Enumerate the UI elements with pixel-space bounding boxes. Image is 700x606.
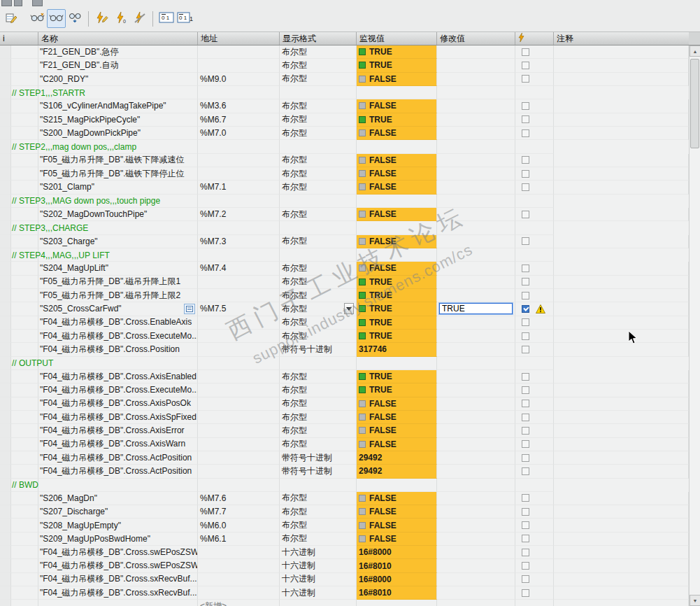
variable-name-cell[interactable]: "S208_MagUpEmpty" bbox=[38, 519, 198, 532]
display-format-cell[interactable]: 布尔型 bbox=[280, 127, 357, 140]
variable-name-cell[interactable]: "F04_磁力吊横移_DB".Cross.ExecuteMo... bbox=[38, 330, 198, 343]
table-row[interactable]: "F21_GEN_DB".自动布尔型TRUE bbox=[0, 59, 689, 72]
table-row[interactable]: "F04_磁力吊横移_DB".Cross.ExecuteMo...布尔型TRUE bbox=[0, 383, 689, 397]
column-header-format[interactable]: 显示格式 bbox=[280, 32, 357, 45]
variable-address-cell[interactable] bbox=[198, 167, 280, 181]
column-header-comment[interactable]: 注释 bbox=[554, 32, 689, 45]
table-row[interactable]: "F04_磁力吊横移_DB".Cross.ExecuteMo...布尔型TRUE bbox=[0, 330, 689, 343]
modify-enable-checkbox[interactable] bbox=[522, 237, 529, 245]
comment-cell[interactable] bbox=[554, 546, 689, 559]
modify-enable-cell[interactable] bbox=[515, 586, 554, 600]
modify-value-cell[interactable] bbox=[437, 492, 515, 505]
table-row[interactable]: "F04_磁力吊横移_DB".Cross.Position带符号十进制31774… bbox=[0, 343, 689, 356]
comment-cell[interactable] bbox=[554, 519, 689, 532]
modify-enable-cell[interactable] bbox=[515, 343, 554, 356]
modify-value-cell[interactable] bbox=[437, 383, 515, 397]
column-header-modify[interactable]: 修改值 bbox=[437, 32, 515, 45]
modify-enable-checkbox[interactable] bbox=[522, 75, 529, 83]
modify-enable-checkbox[interactable] bbox=[522, 535, 529, 542]
variable-address-cell[interactable] bbox=[198, 465, 280, 478]
display-format-cell[interactable]: 布尔型 bbox=[280, 330, 357, 343]
table-row[interactable]: "S206_MagDn"%M7.6布尔型FALSE bbox=[0, 492, 689, 505]
comment-cell[interactable] bbox=[554, 397, 689, 411]
table-row[interactable]: "F21_GEN_DB".急停布尔型TRUE bbox=[0, 45, 689, 59]
variable-address-cell[interactable] bbox=[198, 559, 280, 572]
modify-enable-checkbox[interactable] bbox=[522, 183, 529, 191]
display-format-cell[interactable]: 带符号十进制 bbox=[280, 451, 357, 465]
modify-enable-cell[interactable] bbox=[515, 235, 554, 248]
display-format-cell[interactable]: 布尔型 bbox=[280, 235, 357, 248]
modify-enable-cell[interactable] bbox=[515, 330, 554, 343]
variable-name-cell[interactable]: "S207_Discharge" bbox=[38, 505, 198, 519]
variable-address-cell[interactable] bbox=[198, 154, 280, 167]
modify-enable-cell[interactable] bbox=[515, 276, 554, 289]
variable-address-cell[interactable] bbox=[198, 45, 280, 59]
variable-name-cell[interactable]: "S206_MagDn" bbox=[38, 492, 198, 505]
modify-enable-cell[interactable] bbox=[515, 73, 554, 86]
variable-address-cell[interactable] bbox=[198, 451, 280, 465]
variable-name-cell[interactable]: "F04_磁力吊横移_DB".Cross.sxRecvBuf... bbox=[38, 586, 198, 600]
comment-cell[interactable] bbox=[554, 330, 689, 343]
variable-address-cell[interactable] bbox=[198, 411, 280, 424]
modify-enable-checkbox[interactable] bbox=[522, 265, 529, 272]
comment-cell[interactable] bbox=[554, 316, 689, 330]
modify-enable-cell[interactable] bbox=[515, 208, 554, 221]
table-row[interactable]: "F05_磁力吊升降_DB".磁铁下降减速位布尔型FALSE bbox=[0, 154, 689, 167]
display-format-cell[interactable]: 布尔型 bbox=[280, 492, 357, 505]
display-format-cell[interactable]: 布尔型 bbox=[280, 424, 357, 437]
table-row[interactable]: "F04_磁力吊横移_DB".Cross.ActPosition带符号十进制29… bbox=[0, 465, 689, 478]
scroll-down-button[interactable]: ▼ bbox=[690, 595, 700, 606]
display-format-cell[interactable]: 布尔型 bbox=[280, 73, 357, 86]
modify-enable-cell[interactable] bbox=[515, 438, 554, 451]
column-header-address[interactable]: 地址 bbox=[198, 32, 280, 45]
comment-cell[interactable] bbox=[554, 383, 689, 397]
modify-value-cell[interactable] bbox=[437, 559, 515, 572]
table-row[interactable]: "S205_CrossCarFwd"%M7.5布尔型TRUE bbox=[0, 302, 689, 316]
variable-address-cell[interactable] bbox=[198, 438, 280, 451]
modify-value-cell[interactable] bbox=[437, 181, 515, 194]
monitor-snapshot-button[interactable] bbox=[66, 9, 85, 28]
display-format-cell[interactable]: 布尔型 bbox=[280, 154, 357, 167]
modify-enable-cell[interactable] bbox=[515, 383, 554, 397]
variable-name-cell[interactable]: "S202_MagDownTouchPipe" bbox=[38, 208, 198, 221]
display-format-cell[interactable]: 布尔型 bbox=[280, 208, 357, 221]
variable-name-cell[interactable] bbox=[38, 600, 198, 606]
comment-cell[interactable] bbox=[554, 45, 689, 59]
table-row[interactable]: "F04_磁力吊横移_DB".Cross.AxisWarn布尔型FALSE bbox=[0, 438, 689, 451]
variable-address-cell[interactable] bbox=[198, 573, 280, 586]
comment-cell[interactable] bbox=[554, 289, 689, 302]
display-format-cell[interactable]: 布尔型 bbox=[280, 438, 357, 451]
modify-enable-checkbox[interactable] bbox=[522, 346, 529, 353]
comment-cell[interactable] bbox=[554, 370, 689, 383]
modify-value-cell[interactable] bbox=[437, 424, 515, 437]
variable-name-cell[interactable]: "S209_MagUpPosBwdHome" bbox=[38, 533, 198, 546]
format-dropdown-button[interactable] bbox=[344, 303, 354, 314]
table-row[interactable]: "S207_Discharge"%M7.7布尔型FALSE bbox=[0, 505, 689, 519]
comment-cell[interactable] bbox=[554, 559, 689, 572]
modify-enable-cell[interactable] bbox=[515, 316, 554, 330]
variable-name-cell[interactable]: "S205_CrossCarFwd" bbox=[38, 302, 198, 316]
variable-address-cell[interactable] bbox=[198, 383, 280, 397]
variable-name-cell[interactable]: "F21_GEN_DB".自动 bbox=[38, 59, 198, 72]
modify-enable-checkbox[interactable] bbox=[522, 454, 529, 462]
modify-enable-cell[interactable] bbox=[515, 262, 554, 275]
table-row[interactable]: "S208_MagUpEmpty"%M6.0布尔型FALSE bbox=[0, 519, 689, 532]
modify-enable-checkbox[interactable] bbox=[522, 427, 529, 435]
variable-address-cell[interactable]: %M6.7 bbox=[198, 113, 280, 127]
modify-enable-checkbox[interactable] bbox=[522, 575, 529, 583]
modify-value-cell[interactable] bbox=[437, 411, 515, 424]
modify-enable-cell[interactable] bbox=[515, 451, 554, 465]
modify-value-cell[interactable] bbox=[437, 573, 515, 586]
comment-cell[interactable] bbox=[554, 73, 689, 86]
comment-cell[interactable] bbox=[554, 586, 689, 600]
variable-name-cell[interactable]: "F04_磁力吊横移_DB".Cross.AxisEnabled bbox=[38, 370, 198, 383]
variable-address-cell[interactable]: %M7.0 bbox=[198, 127, 280, 140]
display-format-cell[interactable]: 布尔型 bbox=[280, 167, 357, 181]
modify-enable-cell[interactable] bbox=[515, 492, 554, 505]
comment-cell[interactable] bbox=[554, 276, 689, 289]
modify-enable-cell[interactable] bbox=[515, 519, 554, 532]
variable-name-cell[interactable]: "F21_GEN_DB".急停 bbox=[38, 45, 198, 59]
variable-name-cell[interactable]: "F04_磁力吊横移_DB".Cross.AxisWarn bbox=[38, 438, 198, 451]
comment-cell[interactable] bbox=[554, 424, 689, 437]
modify-value-cell[interactable] bbox=[437, 316, 515, 330]
